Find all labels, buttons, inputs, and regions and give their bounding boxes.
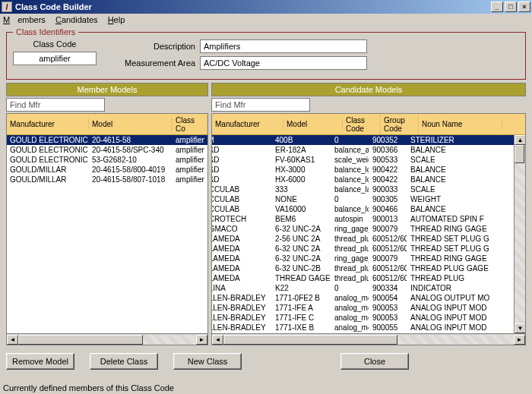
candidate-vscroll[interactable]: ▲ ▼	[514, 135, 525, 333]
table-row[interactable]: A&DFV-60KAS1scale_weig900533SCALE	[211, 155, 514, 165]
class-code-input[interactable]	[13, 52, 97, 65]
table-cell: BALANCE	[407, 146, 491, 154]
table-row[interactable]: GOULD ELECTRONICS53-G2682-10amplifier	[7, 155, 207, 165]
table-row[interactable]: ACCULABVA16000balance_lo900466BALANCE	[211, 204, 514, 214]
table-cell: 6-32 UNC-2B	[272, 264, 331, 273]
table-row[interactable]: ALLEN-BRADLEY1771-IFE Aanalog_mo900053AN…	[211, 303, 514, 313]
column-header[interactable]: Group Code	[381, 115, 419, 134]
column-header[interactable]: Model	[283, 118, 343, 130]
menu-candidates[interactable]: Candidates	[55, 15, 98, 24]
table-cell: ACCULAB	[211, 185, 272, 194]
table-row[interactable]: A&DHX-3000balance_lo900422BALANCE	[211, 165, 514, 175]
remove-model-button[interactable]: Remove Model	[6, 353, 74, 370]
maximize-button[interactable]: □	[505, 2, 517, 12]
table-row[interactable]: A&DER-182Abalance_a900366BALANCE	[211, 145, 514, 155]
table-cell: thread_plu	[331, 274, 369, 282]
table-row[interactable]: ALAMEDATHREAD GAGEthread_plu600512/601TH…	[211, 273, 514, 283]
class-identifiers-group: Class Identifiers Class Code Description…	[6, 27, 526, 80]
close-window-button[interactable]: ×	[518, 2, 530, 12]
scroll-right-icon[interactable]: ►	[514, 335, 525, 345]
table-cell: THREAD RING GAGE	[407, 254, 491, 263]
titlebar: I Class Code Builder _ □ ×	[0, 0, 532, 14]
table-row[interactable]: ALLEN-BRADLEY1771-0FE2 Banalog_mo900054A…	[211, 293, 514, 303]
table-row[interactable]: ACCULABNONE0900305WEIGHT	[211, 194, 514, 204]
column-header[interactable]: Manufacturer	[7, 118, 89, 130]
table-cell: thread_plu	[331, 235, 369, 243]
table-cell: ALLEN-BRADLEY	[211, 323, 272, 332]
new-class-button[interactable]: New Class	[173, 353, 242, 370]
menubar: Members Candidates Help	[0, 14, 532, 27]
table-row[interactable]: GOULD ELECTRONICS20-4615-58/SPC-340ampli…	[7, 145, 207, 155]
table-cell: 20-4615-58/SPC-340	[89, 146, 173, 154]
table-cell: analog_mo	[331, 294, 369, 302]
table-cell: balance_lo	[331, 175, 369, 184]
table-cell: balance_lo	[331, 205, 369, 213]
table-cell: 900013	[369, 215, 407, 223]
member-find-mfr-input[interactable]	[6, 98, 105, 112]
column-header[interactable]: Noun Name	[419, 118, 502, 130]
description-input[interactable]	[200, 39, 367, 53]
delete-class-button[interactable]: Delete Class	[90, 353, 158, 370]
table-row[interactable]: ALAMEDA6-32 UNC-2Aring_gage_900079THREAD…	[211, 254, 514, 263]
table-cell: 900366	[369, 146, 407, 154]
table-cell: ALAMEDA	[211, 235, 272, 243]
table-cell: ALLEN-BRADLEY	[211, 314, 272, 322]
column-header[interactable]: Class Code	[343, 115, 381, 134]
table-cell: balance_lo	[331, 165, 369, 174]
table-cell: 900053	[369, 304, 407, 312]
table-cell: ALAMEDA	[211, 274, 272, 282]
table-cell: GOULD ELECTRONICS	[7, 146, 89, 154]
scroll-up-icon[interactable]: ▲	[515, 135, 526, 145]
scroll-left-icon[interactable]: ◄	[7, 335, 18, 345]
table-row[interactable]: ALAMEDA6-32 UNC-2Bthread_plu600512/601TH…	[211, 263, 514, 273]
app-icon: I	[2, 2, 12, 12]
table-cell: THREAD SET PLUG G	[407, 235, 491, 243]
candidate-find-mfr-input[interactable]	[211, 98, 310, 112]
close-button[interactable]: Close	[340, 353, 409, 370]
table-row[interactable]: ACROTECHBEM6autospin900013AUTOMATED SPIN…	[211, 214, 514, 224]
table-cell: FV-60KAS1	[272, 156, 331, 164]
table-row[interactable]: ALLEN-BRADLEY1771-IFE Canalog_mo900053AN…	[211, 313, 514, 323]
column-header[interactable]: Class Co	[173, 115, 207, 134]
table-row[interactable]: A&DHX-6000balance_lo900422BALANCE	[211, 175, 514, 184]
table-cell: 6-32 UNC-2A	[272, 254, 331, 263]
table-cell: 600512/601	[369, 264, 407, 273]
table-row[interactable]: ACCULAB333balance_la900033SCALE	[211, 184, 514, 194]
table-cell: AUTOMATED SPIN F	[407, 215, 491, 223]
menu-members[interactable]: Members	[3, 15, 46, 24]
menu-help[interactable]: Help	[108, 15, 125, 24]
table-row[interactable]: ALAMEDA6-32 UNC 2Athread_plu600512/601TH…	[211, 244, 514, 254]
table-row[interactable]: ALLEN-BRADLEY1771-IXE Banalog_mo900055AN…	[211, 323, 514, 333]
candidate-models-header: Candidate Models	[211, 83, 526, 96]
table-row[interactable]: ALAMEDA2-56 UNC 2Athread_plu600512/601TH…	[211, 234, 514, 244]
table-cell: ER-182A	[272, 146, 331, 154]
table-row[interactable]: GOULD ELECTRONICS20-4615-58amplifier	[7, 135, 207, 145]
table-cell: 0	[331, 284, 369, 292]
member-hscroll[interactable]: ◄ ►	[7, 333, 207, 345]
table-row[interactable]: GOULD/MILLAR20-4615-58/807-1018amplifier	[7, 175, 207, 184]
table-cell: 2-56 UNC 2A	[272, 235, 331, 243]
table-cell: BALANCE	[407, 165, 491, 174]
minimize-button[interactable]: _	[491, 2, 503, 12]
table-cell: 400B	[272, 136, 331, 144]
scroll-down-icon[interactable]: ▼	[515, 323, 526, 333]
table-cell: 20-4615-58	[89, 136, 173, 144]
table-cell: 900352	[369, 136, 407, 144]
table-cell: 1771-IXE B	[272, 323, 331, 332]
table-cell: autospin	[331, 215, 369, 223]
table-row[interactable]: GOULD/MILLAR20-4615-58/800-4019amplifier	[7, 165, 207, 175]
table-cell: SCALE	[407, 156, 491, 164]
table-row[interactable]: AGMACO6-32 UNC-2Aring_gage_900079THREAD …	[211, 224, 514, 234]
column-header[interactable]: Manufacturer	[212, 118, 283, 130]
table-cell: HX-3000	[272, 165, 331, 174]
candidate-hscroll[interactable]: ◄ ►	[212, 333, 525, 345]
column-header[interactable]: Model	[89, 118, 173, 130]
scroll-left-icon[interactable]: ◄	[212, 335, 223, 345]
measurement-area-input[interactable]	[200, 56, 367, 70]
table-cell: HX-6000	[272, 175, 331, 184]
member-grid: ManufacturerModelClass Co GOULD ELECTRON…	[6, 113, 208, 345]
scroll-right-icon[interactable]: ►	[196, 335, 207, 345]
table-row[interactable]: ALINAK220900334INDICATOR	[211, 283, 514, 293]
table-row[interactable]: 3M400B0900352STERILIZER	[211, 135, 514, 145]
table-cell: 900033	[369, 185, 407, 194]
